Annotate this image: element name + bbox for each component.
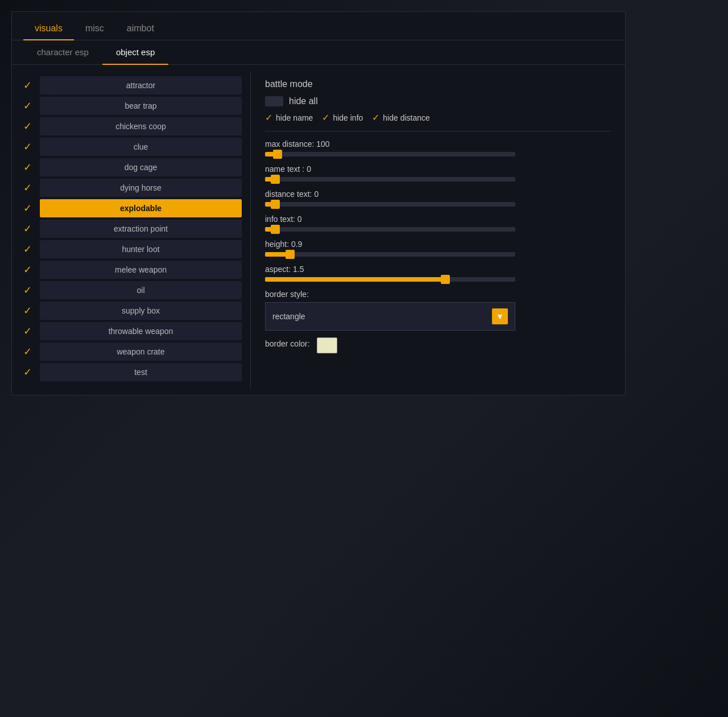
aspect-thumb[interactable] — [441, 275, 450, 284]
distance-text-thumb[interactable] — [271, 200, 280, 209]
list-item-oil: ✓ oil — [20, 281, 242, 299]
distance-text-track[interactable] — [265, 202, 515, 207]
max-distance-label: max distance: 100 — [265, 139, 611, 149]
sub-tabs-container: character esp object esp — [12, 40, 625, 65]
list-item-clue: ✓ clue — [20, 138, 242, 156]
info-text-section: info text: 0 — [265, 215, 611, 232]
border-color-section: border color: — [265, 337, 611, 353]
check-bear-trap: ✓ — [20, 100, 34, 112]
list-item-dog-cage: ✓ dog cage — [20, 158, 242, 176]
btn-clue[interactable]: clue — [40, 138, 242, 156]
list-item-dying-horse: ✓ dying horse — [20, 179, 242, 197]
btn-test[interactable]: test — [40, 363, 242, 381]
battle-mode-title: battle mode — [265, 79, 611, 89]
check-supply-box: ✓ — [20, 304, 34, 317]
btn-throwable-weapon[interactable]: throwable weapon — [40, 322, 242, 340]
btn-dog-cage[interactable]: dog cage — [40, 158, 242, 176]
max-distance-track[interactable] — [265, 152, 515, 156]
list-item-throwable-weapon: ✓ throwable weapon — [20, 322, 242, 340]
hide-all-label: hide all — [289, 96, 318, 106]
height-thumb[interactable] — [286, 250, 295, 259]
check-test: ✓ — [20, 366, 34, 378]
border-style-section: border style: rectangle ▼ — [265, 290, 611, 331]
hide-distance-option[interactable]: ✓ hide distance — [372, 112, 430, 123]
object-list: ✓ attractor ✓ bear trap ✓ chickens coop … — [12, 71, 251, 389]
btn-extraction-point[interactable]: extraction point — [40, 220, 242, 238]
info-text-thumb[interactable] — [271, 225, 280, 234]
info-text-track[interactable] — [265, 227, 515, 232]
tab-visuals[interactable]: visuals — [23, 18, 74, 40]
check-dog-cage: ✓ — [20, 161, 34, 174]
aspect-track[interactable] — [265, 277, 515, 282]
max-distance-section: max distance: 100 — [265, 139, 611, 156]
tab-aimbot[interactable]: aimbot — [115, 18, 166, 40]
max-distance-thumb[interactable] — [273, 150, 282, 159]
info-text-label: info text: 0 — [265, 215, 611, 224]
list-item-supply-box: ✓ supply box — [20, 302, 242, 320]
distance-text-label: distance text: 0 — [265, 189, 611, 199]
tab-misc[interactable]: misc — [74, 18, 115, 40]
check-dying-horse: ✓ — [20, 182, 34, 194]
hide-distance-label: hide distance — [383, 113, 430, 122]
btn-dying-horse[interactable]: dying horse — [40, 179, 242, 197]
list-item-weapon-crate: ✓ weapon crate — [20, 343, 242, 361]
check-throwable-weapon: ✓ — [20, 325, 34, 337]
list-item-test: ✓ test — [20, 363, 242, 381]
list-item-extraction-point: ✓ extraction point — [20, 220, 242, 238]
check-clue: ✓ — [20, 141, 34, 153]
btn-melee-weapon[interactable]: melee weapon — [40, 261, 242, 279]
check-hide-distance: ✓ — [372, 112, 379, 123]
list-item-chickens-coop: ✓ chickens coop — [20, 117, 242, 135]
hide-info-option[interactable]: ✓ hide info — [322, 112, 363, 123]
list-item-bear-trap: ✓ bear trap — [20, 97, 242, 115]
hide-name-option[interactable]: ✓ hide name — [265, 112, 313, 123]
btn-chickens-coop[interactable]: chickens coop — [40, 117, 242, 135]
hide-info-label: hide info — [333, 113, 363, 122]
border-style-label: border style: — [265, 290, 611, 299]
tab-character-esp[interactable]: character esp — [23, 40, 102, 65]
border-style-dropdown[interactable]: rectangle ▼ — [265, 302, 515, 331]
aspect-label: aspect: 1.5 — [265, 265, 611, 274]
btn-hunter-loot[interactable]: hunter loot — [40, 240, 242, 258]
settings-panel: battle mode hide all ✓ hide name ✓ hide … — [251, 71, 625, 389]
list-item-attractor: ✓ attractor — [20, 76, 242, 94]
check-melee-weapon: ✓ — [20, 263, 34, 276]
height-track[interactable] — [265, 252, 515, 257]
check-hide-info: ✓ — [322, 112, 329, 123]
name-text-label: name text : 0 — [265, 164, 611, 174]
btn-bear-trap[interactable]: bear trap — [40, 97, 242, 115]
dropdown-arrow-icon: ▼ — [492, 308, 508, 324]
btn-attractor[interactable]: attractor — [40, 76, 242, 94]
tab-object-esp[interactable]: object esp — [102, 40, 168, 65]
hide-options-row: ✓ hide name ✓ hide info ✓ hide distance — [265, 112, 611, 131]
btn-supply-box[interactable]: supply box — [40, 302, 242, 320]
aspect-section: aspect: 1.5 — [265, 265, 611, 282]
name-text-thumb[interactable] — [271, 175, 280, 184]
border-style-value: rectangle — [272, 312, 305, 321]
btn-explodable[interactable]: explodable — [40, 199, 242, 217]
check-chickens-coop: ✓ — [20, 120, 34, 133]
check-oil: ✓ — [20, 284, 34, 296]
border-color-swatch[interactable] — [317, 337, 337, 353]
check-weapon-crate: ✓ — [20, 345, 34, 358]
hide-all-toggle[interactable] — [265, 96, 283, 106]
btn-oil[interactable]: oil — [40, 281, 242, 299]
check-explodable: ✓ — [20, 202, 34, 215]
distance-text-section: distance text: 0 — [265, 189, 611, 207]
height-section: height: 0.9 — [265, 240, 611, 257]
btn-weapon-crate[interactable]: weapon crate — [40, 343, 242, 361]
name-text-track[interactable] — [265, 177, 515, 182]
list-item-melee-weapon: ✓ melee weapon — [20, 261, 242, 279]
list-item-hunter-loot: ✓ hunter loot — [20, 240, 242, 258]
hide-name-label: hide name — [276, 113, 313, 122]
height-label: height: 0.9 — [265, 240, 611, 249]
name-text-section: name text : 0 — [265, 164, 611, 182]
main-panel: visuals misc aimbot character esp object… — [11, 11, 626, 395]
check-hide-name: ✓ — [265, 112, 272, 123]
check-hunter-loot: ✓ — [20, 243, 34, 256]
hide-all-row: hide all — [265, 96, 611, 106]
aspect-fill — [265, 277, 445, 282]
check-extraction-point: ✓ — [20, 222, 34, 235]
border-color-label: border color: — [265, 339, 310, 348]
top-tabs-container: visuals misc aimbot — [12, 12, 625, 40]
